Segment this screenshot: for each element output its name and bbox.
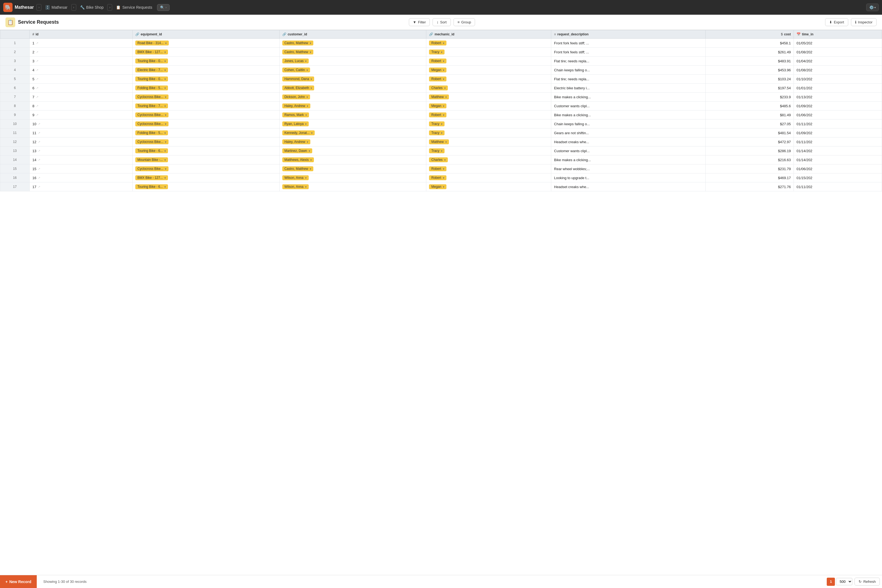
expand-row-icon[interactable]: ↗: [36, 104, 38, 108]
equipment-tag-chevron[interactable]: ▾: [164, 158, 166, 161]
expand-row-icon[interactable]: ↗: [38, 167, 40, 171]
equipment-tag-chevron[interactable]: ▾: [164, 87, 166, 90]
inspector-button[interactable]: ℹ Inspector: [851, 18, 876, 26]
col-header-id[interactable]: # id: [29, 30, 132, 39]
customer-tag-chevron[interactable]: ▾: [305, 185, 306, 188]
col-header-timein[interactable]: 📅 time_in: [794, 30, 882, 39]
customer-tag-chevron[interactable]: ▾: [306, 69, 308, 72]
customer-tag-chevron[interactable]: ▾: [310, 51, 311, 54]
mechanic-tag-chevron[interactable]: ▾: [441, 51, 442, 54]
sort-button[interactable]: ↕ Sort: [432, 18, 450, 26]
customer-tag-chevron[interactable]: ▾: [310, 87, 312, 90]
equipment-tag-chevron[interactable]: ▾: [164, 60, 166, 63]
mechanic-tag-chevron[interactable]: ▾: [443, 78, 444, 81]
app-logo[interactable]: 🐘 Mathesar: [3, 3, 34, 12]
per-page-select[interactable]: 500 100 50 25: [836, 578, 852, 585]
expand-row-icon[interactable]: ↗: [38, 158, 40, 162]
mechanic-tag-chevron[interactable]: ▾: [443, 42, 444, 45]
equipment-tag-chevron[interactable]: ▾: [165, 123, 166, 126]
customer-tag-chevron[interactable]: ▾: [307, 105, 308, 108]
expand-row-icon[interactable]: ↗: [36, 41, 38, 45]
export-button[interactable]: ⬇ Export: [825, 18, 848, 26]
mechanic-tag-chevron[interactable]: ▾: [443, 167, 444, 170]
equipment-tag: Cyclocross Bike... ▾: [135, 140, 168, 144]
mechanic-tag: Robert ▾: [429, 166, 446, 171]
nav-chevron-1[interactable]: ›: [36, 4, 41, 10]
mechanic-tag-chevron[interactable]: ▾: [443, 105, 444, 108]
new-record-button[interactable]: + New Record: [0, 575, 37, 588]
settings-button[interactable]: ⚙️ ▾: [866, 3, 879, 11]
nav-chevron-2[interactable]: ›: [71, 4, 76, 10]
row-number: 8: [0, 102, 30, 111]
mechanic-tag-chevron[interactable]: ▾: [444, 158, 446, 161]
customer-tag-chevron[interactable]: ▾: [310, 167, 311, 170]
customer-tag-chevron[interactable]: ▾: [305, 114, 307, 117]
equipment-tag-chevron[interactable]: ▾: [165, 96, 166, 99]
cell-timein: 01/08/202: [794, 66, 882, 75]
nav-label-servicereqs: Service Requests: [122, 5, 152, 9]
nav-item-bikeshop[interactable]: 🔧 Bike Shop: [78, 4, 106, 10]
filter-button[interactable]: ▼ Filter: [409, 18, 430, 26]
customer-tag-chevron[interactable]: ▾: [310, 78, 312, 81]
expand-row-icon[interactable]: ↗: [38, 176, 40, 180]
equipment-tag-chevron[interactable]: ▾: [164, 176, 166, 179]
col-header-equipment[interactable]: 🔗 equipment_id: [132, 30, 279, 39]
customer-tag-chevron[interactable]: ▾: [310, 158, 312, 161]
mechanic-tag-chevron[interactable]: ▾: [443, 60, 444, 63]
equipment-tag-chevron[interactable]: ▾: [164, 185, 166, 188]
expand-row-icon[interactable]: ↗: [36, 68, 38, 72]
mechanic-tag-chevron[interactable]: ▾: [441, 132, 442, 135]
nav-chevron-3[interactable]: ›: [107, 4, 112, 10]
expand-row-icon[interactable]: ↗: [36, 86, 38, 90]
expand-row-icon[interactable]: ↗: [36, 95, 38, 99]
mechanic-tag-chevron[interactable]: ▾: [441, 150, 442, 153]
equipment-tag-chevron[interactable]: ▾: [165, 114, 166, 117]
equipment-tag-chevron[interactable]: ▾: [164, 150, 166, 153]
expand-row-icon[interactable]: ↗: [38, 122, 40, 126]
expand-row-icon[interactable]: ↗: [38, 131, 40, 135]
col-header-description[interactable]: ≡ request_description: [551, 30, 706, 39]
expand-row-icon[interactable]: ↗: [38, 140, 40, 144]
equipment-tag-chevron[interactable]: ▾: [164, 78, 166, 81]
equipment-tag-chevron[interactable]: ▾: [164, 69, 166, 72]
mechanic-tag-chevron[interactable]: ▾: [446, 96, 447, 99]
expand-row-icon[interactable]: ↗: [36, 113, 38, 117]
customer-tag-chevron[interactable]: ▾: [305, 60, 306, 63]
customer-tag-chevron[interactable]: ▾: [310, 42, 311, 45]
mechanic-tag-chevron[interactable]: ▾: [443, 185, 444, 188]
nav-item-mathesar[interactable]: 🗄️ Mathesar: [43, 4, 69, 10]
mechanic-tag-chevron[interactable]: ▾: [444, 87, 446, 90]
mechanic-tag-chevron[interactable]: ▾: [441, 123, 442, 126]
equipment-tag-chevron[interactable]: ▾: [165, 42, 166, 45]
equipment-tag-chevron[interactable]: ▾: [164, 51, 166, 54]
expand-row-icon[interactable]: ↗: [36, 50, 38, 54]
customer-tag-chevron[interactable]: ▾: [305, 176, 306, 179]
customer-tag-chevron[interactable]: ▾: [306, 96, 308, 99]
expand-row-icon[interactable]: ↗: [38, 149, 40, 153]
customer-tag-chevron[interactable]: ▾: [305, 123, 306, 126]
mechanic-tag-chevron[interactable]: ▾: [446, 141, 447, 144]
equipment-tag-chevron[interactable]: ▾: [164, 105, 166, 108]
nav-item-servicereqs[interactable]: 📋 Service Requests: [114, 4, 154, 10]
mechanic-tag-chevron[interactable]: ▾: [443, 176, 444, 179]
group-button[interactable]: ≡ Group: [453, 18, 475, 26]
col-header-customer[interactable]: 🔗 customer_id: [279, 30, 426, 39]
mechanic-tag-chevron[interactable]: ▾: [443, 69, 444, 72]
row-id-value: 17: [32, 185, 36, 189]
expand-row-icon[interactable]: ↗: [36, 77, 38, 81]
customer-tag-chevron[interactable]: ▾: [311, 132, 312, 135]
customer-tag-chevron[interactable]: ▾: [307, 141, 308, 144]
col-header-cost[interactable]: $ cost: [706, 30, 794, 39]
equipment-tag-chevron[interactable]: ▾: [164, 132, 166, 135]
refresh-button[interactable]: ↻ Refresh: [855, 578, 880, 585]
row-id-value: 2: [32, 50, 34, 54]
customer-tag-chevron[interactable]: ▾: [309, 150, 310, 153]
mechanic-tag-chevron[interactable]: ▾: [443, 114, 444, 117]
search-button[interactable]: 🔍 ›: [157, 4, 170, 11]
expand-row-icon[interactable]: ↗: [36, 59, 38, 63]
table-title-area: 📋 Service Requests: [6, 17, 59, 27]
expand-row-icon[interactable]: ↗: [38, 185, 40, 189]
equipment-tag-chevron[interactable]: ▾: [165, 141, 166, 144]
equipment-tag-chevron[interactable]: ▾: [165, 167, 166, 170]
col-header-mechanic[interactable]: 🔗 mechanic_id: [426, 30, 551, 39]
